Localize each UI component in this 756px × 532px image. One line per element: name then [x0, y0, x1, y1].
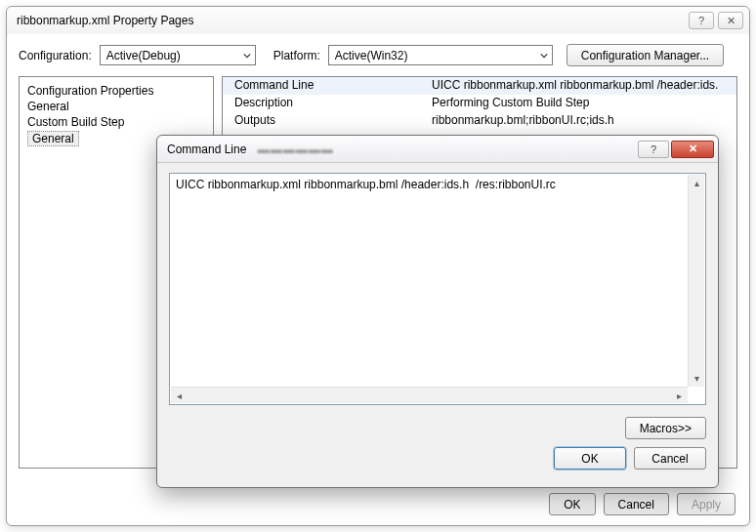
tree-root[interactable]: Configuration Properties [27, 83, 205, 99]
inner-ok-button[interactable]: OK [554, 447, 626, 470]
textarea-content[interactable]: UICC ribbonmarkup.xml ribbonmarkup.bml /… [170, 174, 705, 381]
outer-window-title: ribbonmarkup.xml Property Pages [17, 14, 685, 27]
config-row: Configuration: Active(Debug) Platform: A… [19, 44, 737, 66]
inner-cancel-button[interactable]: Cancel [634, 447, 706, 470]
macros-button[interactable]: Macros>> [625, 417, 706, 439]
configuration-value: Active(Debug) [106, 49, 237, 62]
inner-button-row-1: Macros>> [169, 417, 706, 439]
inner-help-button[interactable]: ? [638, 141, 669, 158]
grid-row[interactable]: Outputs ribbonmarkup.bml;ribbonUI.rc;ids… [223, 112, 736, 130]
configuration-label: Configuration: [19, 49, 92, 62]
inner-body: UICC ribbonmarkup.xml ribbonmarkup.bml /… [157, 163, 718, 479]
platform-value: Active(Win32) [335, 49, 534, 62]
grid-name: Outputs [223, 112, 428, 130]
tree-general[interactable]: General [27, 99, 205, 114]
grid-value: ribbonmarkup.bml;ribbonUI.rc;ids.h [428, 112, 736, 130]
configuration-manager-button[interactable]: Configuration Manager... [567, 44, 724, 66]
outer-titlebar: ribbonmarkup.xml Property Pages ? ✕ [7, 7, 749, 34]
outer-apply-button: Apply [677, 493, 735, 515]
scroll-up-icon[interactable]: ▴ [689, 175, 704, 191]
grid-row[interactable]: Command Line UICC ribbonmarkup.xml ribbo… [223, 77, 736, 95]
inner-button-row-2: OK Cancel [169, 447, 706, 470]
scroll-down-icon[interactable]: ▾ [689, 370, 704, 387]
chevron-down-icon [243, 52, 251, 60]
blurred-text: ▬▬▬▬▬▬ [258, 143, 334, 156]
tree-custom-build-step[interactable]: Custom Build Step [27, 114, 205, 130]
inner-close-button[interactable]: ✕ [671, 141, 714, 158]
platform-dropdown[interactable]: Active(Win32) [328, 45, 553, 65]
grid-value: Performing Custom Build Step [428, 95, 736, 112]
grid-row[interactable]: Description Performing Custom Build Step [223, 95, 736, 112]
grid-value: UICC ribbonmarkup.xml ribbonmarkup.bml /… [428, 77, 736, 95]
close-button[interactable]: ✕ [718, 12, 743, 29]
tree-selected-item: General [27, 131, 79, 146]
inner-dialog-title: Command Line ▬▬▬▬▬▬ [167, 143, 638, 156]
horizontal-scrollbar[interactable]: ◂ ▸ [171, 387, 688, 403]
scroll-left-icon[interactable]: ◂ [171, 390, 188, 401]
outer-button-bar: OK Cancel Apply [7, 493, 749, 515]
inner-titlebar[interactable]: Command Line ▬▬▬▬▬▬ ? ✕ [157, 136, 718, 163]
scroll-right-icon[interactable]: ▸ [671, 390, 688, 401]
configuration-dropdown[interactable]: Active(Debug) [100, 45, 256, 65]
help-button[interactable]: ? [689, 12, 714, 29]
chevron-down-icon [540, 52, 548, 60]
grid-name: Description [223, 95, 428, 112]
grid-name: Command Line [223, 77, 428, 95]
outer-ok-button[interactable]: OK [549, 493, 595, 515]
platform-label: Platform: [273, 49, 320, 62]
outer-cancel-button[interactable]: Cancel [604, 493, 669, 515]
command-line-dialog: Command Line ▬▬▬▬▬▬ ? ✕ UICC ribbonmarku… [156, 135, 719, 488]
vertical-scrollbar[interactable]: ▴ ▾ [688, 175, 704, 387]
command-line-textarea[interactable]: UICC ribbonmarkup.xml ribbonmarkup.bml /… [169, 173, 706, 405]
